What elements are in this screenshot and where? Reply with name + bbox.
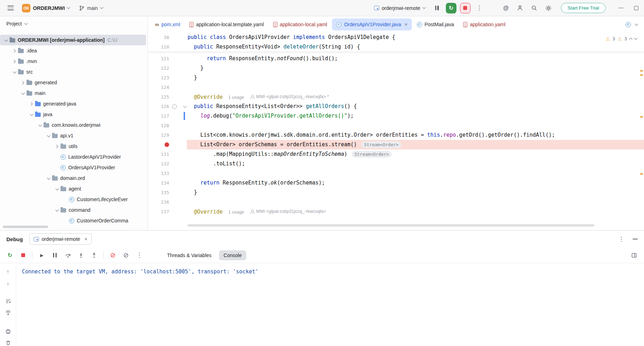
tree-item-generated[interactable]: generated — [0, 77, 148, 88]
chevron-down-icon[interactable] — [28, 111, 35, 118]
tree-item-idea[interactable]: .idea — [0, 45, 148, 56]
tree-item-generated-java[interactable]: generated-java — [0, 98, 148, 109]
next-occurrence-icon[interactable]: ↓ — [4, 279, 12, 286]
tree-item-ordersapiv1provider[interactable]: COrdersApiV1Provider — [0, 162, 148, 173]
tree-item-customerlifecycleever[interactable]: CCustomerLifecycleEver — [0, 194, 148, 205]
code-text[interactable]: List<com.knowis.orderjmwi.sdk.domain.ord… — [187, 130, 644, 140]
rerun-debug-button[interactable]: ↻ — [446, 3, 456, 13]
usage-hint[interactable]: 1 usage — [228, 210, 244, 215]
code-text[interactable] — [187, 169, 644, 178]
editor-tab-application-local-template-yaml[interactable]: application-local.template.yaml — [185, 18, 268, 30]
hide-tool-window-icon[interactable] — [633, 239, 638, 239]
code-text[interactable]: public class OrdersApiV1Provider impleme… — [187, 33, 644, 42]
prev-occurrence-icon[interactable]: ↑ — [4, 268, 12, 274]
console-output[interactable]: Connected to the target VM, address: 'lo… — [16, 263, 644, 346]
tab-threads-variables[interactable]: Threads & Variables — [162, 250, 216, 260]
code-text[interactable]: @Override1 usageMWi <glpat-zsbp31jccq_-r… — [187, 92, 644, 102]
scroll-to-end-icon[interactable] — [4, 310, 12, 316]
tabs-overflow-class-icon[interactable]: C — [626, 22, 631, 27]
override-marker-icon[interactable]: ↑ — [172, 104, 177, 109]
window-minimize-icon[interactable] — [619, 8, 623, 8]
code-text[interactable]: } — [187, 188, 644, 197]
code-text[interactable]: } — [187, 73, 644, 83]
project-horizontal-scrollbar[interactable] — [3, 226, 48, 228]
debug-toolbar-more-icon[interactable]: ⋮ — [134, 252, 144, 258]
code-with-me-button[interactable] — [515, 3, 525, 13]
tree-item-mvn[interactable]: .mvn — [0, 56, 148, 67]
chevron-down-icon[interactable] — [3, 37, 10, 44]
editor-tab-application-local-yaml[interactable]: application-local.yaml — [269, 18, 332, 30]
code-text[interactable]: .toList(); — [187, 159, 644, 169]
tree-item-agent[interactable]: agent — [0, 183, 148, 194]
pause-program-button[interactable] — [432, 3, 442, 13]
tree-item-main[interactable]: main — [0, 88, 148, 98]
chevron-right-icon[interactable] — [54, 143, 61, 150]
tree-item-customerordercomma[interactable]: CCustomerOrderComma — [0, 215, 148, 226]
search-everywhere-button[interactable] — [529, 3, 540, 13]
print-icon[interactable] — [4, 328, 12, 335]
start-free-trial-button[interactable]: Start Free Trial — [561, 3, 606, 13]
code-text[interactable]: public ResponseEntity<Void> deleteOrder(… — [187, 42, 644, 52]
chevron-down-icon[interactable] — [45, 132, 52, 139]
chevron-down-icon[interactable] — [20, 90, 27, 97]
window-maximize-icon[interactable] — [634, 6, 638, 10]
run-config-selector[interactable]: orderjmwi-remote — [371, 4, 428, 12]
usage-hint[interactable]: 1 usage — [228, 95, 244, 100]
chevron-down-icon[interactable] — [11, 69, 18, 75]
tree-item-api-v1[interactable]: api.v1 — [0, 130, 148, 141]
tab-console[interactable]: Console — [219, 250, 246, 260]
tree-item-command[interactable]: command — [0, 205, 148, 215]
author-hint[interactable]: MWi <glpat-zsbp31jccq_-rkwcvqfa> * — [251, 92, 329, 102]
rerun-button[interactable]: ↻ — [5, 250, 15, 260]
inspections-widget[interactable]: ⚠ 3 ⚠ 3 — [604, 35, 638, 42]
code-text[interactable]: @Override1 usageMWi <glpat-zsbp31jccq_-r… — [187, 207, 644, 216]
pause-button[interactable] — [50, 250, 60, 260]
resume-button[interactable]: ▶ — [37, 250, 47, 260]
code-text[interactable] — [187, 197, 644, 207]
project-widget[interactable]: OR ORDERJMWI — [19, 2, 73, 14]
breakpoint-icon[interactable] — [165, 142, 169, 147]
stop-button[interactable] — [18, 250, 28, 260]
step-into-button[interactable] — [76, 250, 86, 260]
more-actions-icon[interactable]: ⋮ — [474, 5, 484, 11]
code-text[interactable]: log.debug("OrdersApiV1Provider.getAllOrd… — [187, 111, 644, 121]
editor-horizontal-scrollbar[interactable] — [188, 224, 594, 227]
editor-tab-pom-xml[interactable]: mpom.xml — [151, 18, 184, 30]
chevron-down-icon[interactable] — [37, 122, 44, 129]
next-problem-icon[interactable] — [634, 36, 638, 40]
step-out-button[interactable] — [89, 250, 99, 260]
stop-button[interactable] — [460, 3, 471, 13]
editor-tab-application-yaml[interactable]: application.yaml — [459, 18, 510, 30]
code-text[interactable] — [187, 83, 644, 92]
chevron-right-icon[interactable] — [28, 101, 35, 107]
code-text[interactable]: .map(MappingUtils::mapOrderEntityToSchem… — [187, 149, 644, 159]
fold-chevron-icon[interactable] — [183, 104, 187, 108]
debug-more-options-icon[interactable]: ⋮ — [616, 236, 626, 242]
code-text[interactable]: return ResponseEntity.ok(orderSchemas); — [187, 178, 644, 188]
main-menu-icon[interactable] — [6, 3, 16, 13]
branch-widget[interactable]: main — [76, 4, 105, 12]
layout-settings-button[interactable] — [629, 250, 639, 260]
tabs-dropdown-chevron-icon[interactable] — [635, 22, 638, 25]
chevron-right-icon[interactable] — [11, 47, 18, 54]
project-panel-header[interactable]: Project — [0, 16, 148, 31]
tree-item-java[interactable]: java — [0, 109, 148, 120]
tree-item-src[interactable]: src — [0, 67, 148, 77]
tree-item-utils[interactable]: utils — [0, 141, 148, 152]
code-text[interactable]: return ResponseEntity.notFound().build()… — [187, 54, 644, 63]
code-text[interactable]: List<Order> orderSchemas = orderEntities… — [187, 140, 644, 149]
author-hint[interactable]: MWi <glpat-zsbp31jccq_-rkwcvqfa> — [251, 207, 326, 216]
close-icon[interactable]: × — [85, 237, 87, 242]
settings-button[interactable] — [543, 3, 554, 13]
editor-tab-postmail-java[interactable]: CPostMail.java — [413, 18, 458, 30]
close-icon[interactable]: × — [405, 22, 408, 27]
code-text[interactable]: public ResponseEntity<List<Order>> getAl… — [187, 102, 644, 111]
tree-item-com-knowis-orderjmwi[interactable]: com.knowis.orderjmwi — [0, 120, 148, 130]
soft-wrap-icon[interactable] — [4, 298, 12, 305]
previous-problem-icon[interactable] — [629, 38, 633, 41]
chevron-right-icon[interactable] — [20, 79, 27, 86]
mentions-button[interactable]: @ — [501, 3, 511, 13]
chevron-down-icon[interactable] — [54, 207, 61, 214]
code-text[interactable] — [187, 121, 644, 130]
chevron-down-icon[interactable] — [45, 175, 52, 182]
